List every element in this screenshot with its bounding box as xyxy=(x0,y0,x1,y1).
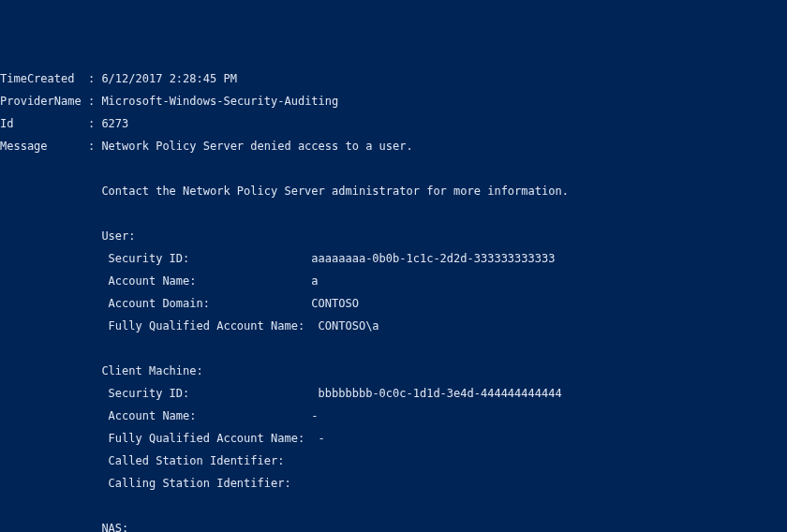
user-account-value: a xyxy=(311,274,318,288)
user-fqaccount-value: CONTOSO\a xyxy=(319,319,379,332)
client-called-station-label: Called Station Identifier: xyxy=(109,454,285,467)
powershell-output: TimeCreated : 6/12/2017 2:28:45 PM Provi… xyxy=(0,56,787,532)
client-account-label: Account Name: xyxy=(109,409,197,422)
user-domain-value: CONTOSO xyxy=(311,297,359,310)
user-heading: User: xyxy=(101,229,135,243)
client-fqaccount-value: - xyxy=(319,432,325,445)
provider-label: ProviderName xyxy=(0,95,82,108)
nas-heading: NAS: xyxy=(101,522,128,532)
time-created-value: 6/12/2017 2:28:45 PM xyxy=(101,72,237,85)
user-secid-value: aaaaaaaa-0b0b-1c1c-2d2d-333333333333 xyxy=(311,252,555,265)
client-fqaccount-label: Fully Qualified Account Name: xyxy=(109,432,305,445)
client-heading: Client Machine: xyxy=(101,364,202,377)
provider-value: Microsoft-Windows-Security-Auditing xyxy=(101,95,338,108)
client-secid-label: Security ID: xyxy=(109,387,190,400)
message-label: Message xyxy=(0,140,48,153)
client-calling-station-label: Calling Station Identifier: xyxy=(109,477,291,490)
user-fqaccount-label: Fully Qualified Account Name: xyxy=(109,319,305,332)
user-secid-label: Security ID: xyxy=(109,252,190,265)
id-label: Id xyxy=(0,117,13,130)
time-created-label: TimeCreated xyxy=(0,72,74,85)
message-value: Network Policy Server denied access to a… xyxy=(101,140,412,153)
id-value: 6273 xyxy=(101,117,128,130)
user-domain-label: Account Domain: xyxy=(109,297,210,310)
client-account-value: - xyxy=(311,409,318,422)
client-secid-value: bbbbbbbb-0c0c-1d1d-3e4d-444444444444 xyxy=(319,387,562,400)
user-account-label: Account Name: xyxy=(109,274,197,288)
contact-line: Contact the Network Policy Server admini… xyxy=(101,185,569,198)
